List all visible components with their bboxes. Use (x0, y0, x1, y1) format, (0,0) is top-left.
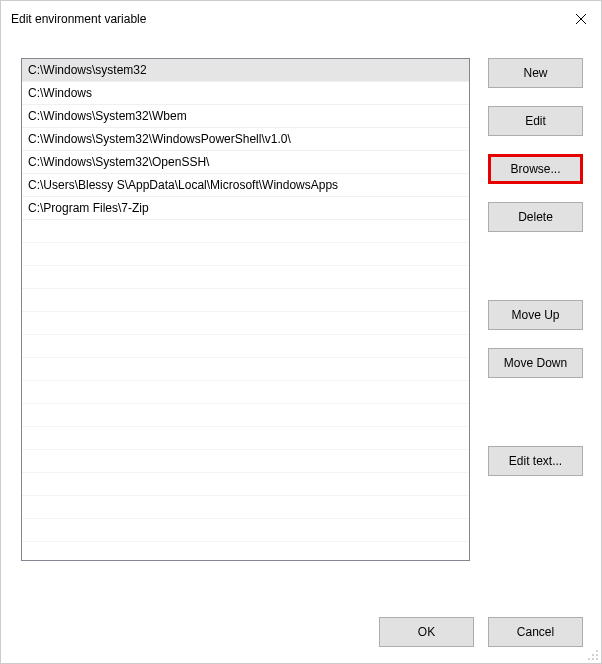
cancel-button[interactable]: Cancel (488, 617, 583, 647)
resize-grip-icon[interactable] (587, 649, 599, 661)
path-listbox[interactable]: C:\Windows\system32C:\WindowsC:\Windows\… (21, 58, 470, 561)
new-button[interactable]: New (488, 58, 583, 88)
list-item[interactable]: C:\Program Files\7-Zip (22, 197, 469, 220)
browse-button[interactable]: Browse... (488, 154, 583, 184)
svg-point-2 (596, 650, 598, 652)
svg-point-3 (592, 654, 594, 656)
move-down-button[interactable]: Move Down (488, 348, 583, 378)
button-column: New Edit Browse... Delete Move Up Move D… (488, 58, 583, 561)
edit-button[interactable]: Edit (488, 106, 583, 136)
list-item (22, 519, 469, 542)
list-item[interactable]: C:\Windows\system32 (22, 59, 469, 82)
svg-point-7 (596, 658, 598, 660)
close-icon[interactable] (575, 13, 587, 25)
list-item[interactable]: C:\Windows (22, 82, 469, 105)
list-item (22, 312, 469, 335)
list-item (22, 473, 469, 496)
list-item (22, 427, 469, 450)
spacer (488, 396, 583, 428)
list-item[interactable]: C:\Windows\System32\WindowsPowerShell\v1… (22, 128, 469, 151)
svg-point-5 (588, 658, 590, 660)
titlebar: Edit environment variable (1, 1, 601, 36)
svg-point-4 (596, 654, 598, 656)
dialog-content: C:\Windows\system32C:\WindowsC:\Windows\… (1, 36, 601, 561)
spacer (488, 250, 583, 282)
delete-button[interactable]: Delete (488, 202, 583, 232)
edit-text-button[interactable]: Edit text... (488, 446, 583, 476)
svg-point-6 (592, 658, 594, 660)
list-item (22, 358, 469, 381)
list-item[interactable]: C:\Windows\System32\OpenSSH\ (22, 151, 469, 174)
list-item (22, 450, 469, 473)
ok-button[interactable]: OK (379, 617, 474, 647)
list-item (22, 289, 469, 312)
dialog-footer: OK Cancel (379, 617, 583, 647)
list-item (22, 404, 469, 427)
list-item (22, 266, 469, 289)
list-item[interactable]: C:\Users\Blessy S\AppData\Local\Microsof… (22, 174, 469, 197)
list-item (22, 243, 469, 266)
list-item (22, 335, 469, 358)
window-title: Edit environment variable (11, 12, 146, 26)
list-item (22, 381, 469, 404)
move-up-button[interactable]: Move Up (488, 300, 583, 330)
list-item (22, 496, 469, 519)
list-item[interactable]: C:\Windows\System32\Wbem (22, 105, 469, 128)
list-item (22, 220, 469, 243)
